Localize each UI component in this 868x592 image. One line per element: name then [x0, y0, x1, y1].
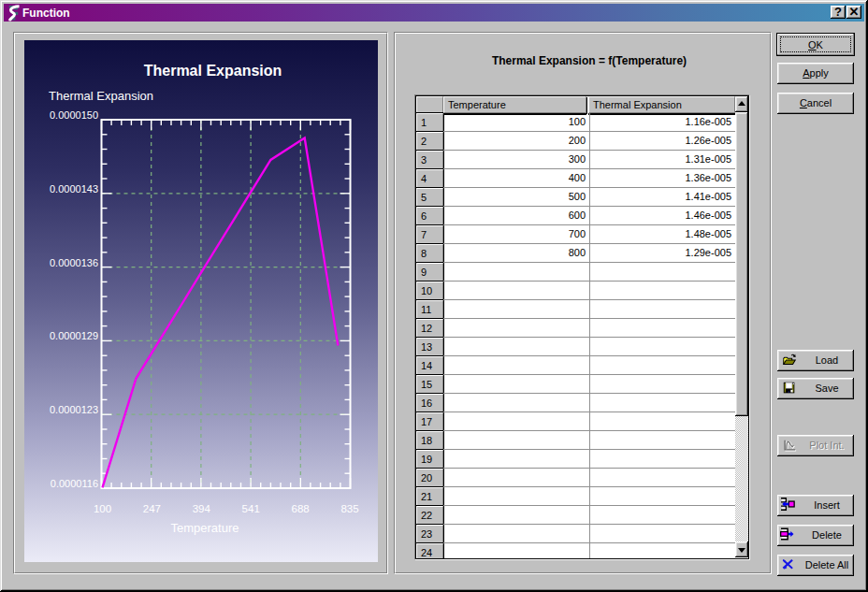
svg-text:0.0000123: 0.0000123 — [50, 404, 98, 415]
svg-text:0.0000143: 0.0000143 — [50, 183, 98, 195]
svg-text:Thermal Expansion: Thermal Expansion — [144, 63, 282, 79]
svg-text:247: 247 — [143, 503, 161, 514]
svg-text:Temperature: Temperature — [171, 521, 239, 535]
svg-text:0.0000116: 0.0000116 — [51, 478, 98, 489]
svg-text:394: 394 — [193, 503, 211, 514]
svg-text:541: 541 — [242, 503, 260, 514]
svg-text:Thermal Expansion: Thermal Expansion — [49, 89, 153, 103]
svg-text:0.0000129: 0.0000129 — [50, 330, 98, 341]
svg-text:0.0000136: 0.0000136 — [50, 257, 98, 268]
svg-text:0.0000150: 0.0000150 — [50, 109, 98, 121]
svg-text:688: 688 — [292, 503, 310, 514]
svg-text:835: 835 — [340, 503, 358, 514]
svg-text:100: 100 — [94, 503, 111, 514]
